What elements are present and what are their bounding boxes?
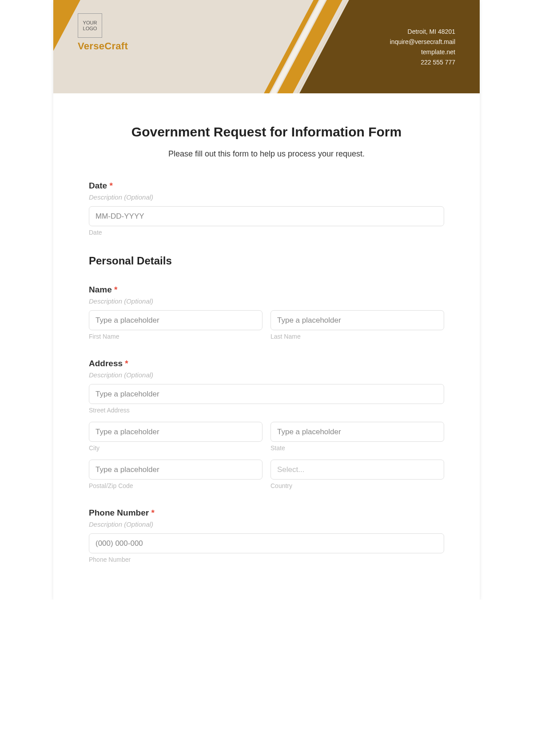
- form-content: Government Request for Information Form …: [53, 93, 480, 600]
- required-mark: *: [109, 181, 112, 190]
- required-mark: *: [125, 359, 128, 368]
- street-input[interactable]: Type a placeholder: [89, 384, 444, 404]
- state-col: Type a placeholder State: [270, 422, 444, 452]
- state-sublabel: State: [270, 444, 444, 452]
- field-group-phone: Phone Number * Description (Optional) (0…: [89, 508, 444, 563]
- street-row: Type a placeholder Street Address: [89, 384, 444, 414]
- first-name-col: Type a placeholder First Name: [89, 310, 263, 340]
- input-placeholder: Type a placeholder: [277, 428, 341, 436]
- input-placeholder: Type a placeholder: [95, 390, 159, 399]
- state-input[interactable]: Type a placeholder: [270, 422, 444, 442]
- input-placeholder: Type a placeholder: [277, 316, 341, 325]
- field-group-date: Date * Description (Optional) MM-DD-YYYY…: [89, 181, 444, 236]
- name-label: Name *: [89, 285, 444, 295]
- date-input[interactable]: MM-DD-YYYY: [89, 206, 444, 226]
- city-sublabel: City: [89, 444, 263, 452]
- label-text: Date: [89, 181, 107, 190]
- select-placeholder: Select...: [277, 465, 304, 474]
- label-text: Name: [89, 285, 112, 294]
- section-title-personal: Personal Details: [89, 255, 444, 267]
- form-subtitle: Please fill out this form to help us pro…: [89, 149, 444, 159]
- date-label: Date *: [89, 181, 444, 191]
- field-group-address: Address * Description (Optional) Type a …: [89, 359, 444, 489]
- page-header: YOUR LOGO VerseCraft Detroit, MI 48201 i…: [53, 0, 480, 93]
- form-title: Government Request for Information Form: [89, 124, 444, 140]
- street-sublabel: Street Address: [89, 407, 444, 414]
- input-placeholder: (000) 000-000: [95, 539, 143, 548]
- field-description: Description (Optional): [89, 371, 444, 379]
- country-col: Select... Country: [270, 460, 444, 489]
- phone-sublabel: Phone Number: [89, 556, 444, 563]
- country-select[interactable]: Select...: [270, 460, 444, 480]
- label-text: Phone Number: [89, 508, 149, 517]
- logo-text: YOUR LOGO: [78, 20, 102, 31]
- brand-name: VerseCraft: [78, 40, 128, 52]
- first-name-sublabel: First Name: [89, 333, 263, 340]
- field-description: Description (Optional): [89, 193, 444, 201]
- input-placeholder: MM-DD-YYYY: [95, 212, 144, 221]
- postal-col: Type a placeholder Postal/Zip Code: [89, 460, 263, 489]
- field-group-name: Name * Description (Optional) Type a pla…: [89, 285, 444, 340]
- city-input[interactable]: Type a placeholder: [89, 422, 263, 442]
- country-sublabel: Country: [270, 482, 444, 489]
- last-name-sublabel: Last Name: [270, 333, 444, 340]
- required-mark: *: [114, 285, 117, 294]
- postal-input[interactable]: Type a placeholder: [89, 460, 263, 480]
- last-name-col: Type a placeholder Last Name: [270, 310, 444, 340]
- field-description: Description (Optional): [89, 297, 444, 305]
- date-sublabel: Date: [89, 229, 444, 236]
- contact-email: inquire@versecraft.mail: [390, 37, 455, 47]
- postal-sublabel: Postal/Zip Code: [89, 482, 263, 489]
- logo-block: YOUR LOGO VerseCraft: [78, 13, 128, 52]
- contact-info: Detroit, MI 48201 inquire@versecraft.mai…: [390, 27, 455, 68]
- contact-phone: 222 555 777: [390, 57, 455, 68]
- phone-label: Phone Number *: [89, 508, 444, 518]
- address-label: Address *: [89, 359, 444, 368]
- logo-placeholder: YOUR LOGO: [78, 13, 102, 38]
- city-col: Type a placeholder City: [89, 422, 263, 452]
- city-state-row: Type a placeholder City Type a placehold…: [89, 422, 444, 452]
- input-placeholder: Type a placeholder: [95, 428, 159, 436]
- phone-input[interactable]: (000) 000-000: [89, 533, 444, 553]
- name-row: Type a placeholder First Name Type a pla…: [89, 310, 444, 340]
- label-text: Address: [89, 359, 123, 368]
- required-mark: *: [151, 508, 154, 517]
- last-name-input[interactable]: Type a placeholder: [270, 310, 444, 330]
- first-name-input[interactable]: Type a placeholder: [89, 310, 263, 330]
- input-placeholder: Type a placeholder: [95, 465, 159, 474]
- field-description: Description (Optional): [89, 520, 444, 528]
- contact-website: template.net: [390, 47, 455, 57]
- contact-address: Detroit, MI 48201: [390, 27, 455, 37]
- postal-country-row: Type a placeholder Postal/Zip Code Selec…: [89, 460, 444, 489]
- input-placeholder: Type a placeholder: [95, 316, 159, 325]
- page-container: YOUR LOGO VerseCraft Detroit, MI 48201 i…: [53, 0, 480, 600]
